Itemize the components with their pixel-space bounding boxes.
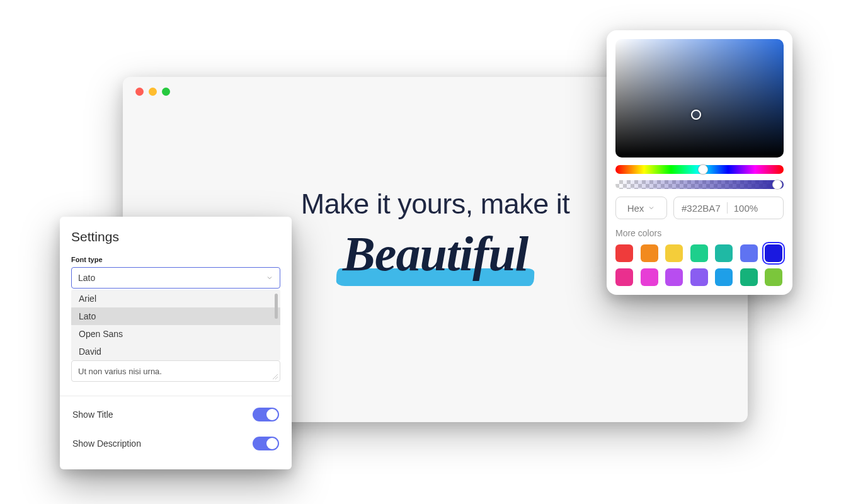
dropdown-scrollbar[interactable] [275, 294, 278, 319]
font-type-select[interactable]: Lato [71, 267, 280, 289]
hex-divider [727, 202, 728, 214]
color-format-select[interactable]: Hex [615, 197, 667, 219]
color-swatch-1[interactable] [641, 244, 658, 262]
resize-handle-icon[interactable] [271, 373, 278, 379]
font-type-dropdown: Ariel Lato Open Sans David [71, 290, 280, 360]
color-swatch-6[interactable] [765, 244, 782, 262]
more-colors-label: More colors [615, 228, 784, 238]
toggle-knob [266, 438, 278, 449]
color-swatch-7[interactable] [615, 268, 633, 286]
headline-emphasis: Beautiful [343, 226, 528, 282]
color-swatch-2[interactable] [665, 244, 683, 262]
color-swatch-5[interactable] [740, 244, 758, 262]
window-close-button[interactable] [135, 88, 144, 96]
show-title-label: Show Title [72, 410, 113, 420]
hue-slider[interactable] [615, 165, 784, 174]
color-swatch-0[interactable] [615, 244, 633, 262]
font-type-label: Font type [71, 256, 280, 263]
color-swatch-3[interactable] [690, 244, 708, 262]
chevron-down-icon [648, 204, 655, 212]
toggle-knob [266, 409, 278, 420]
text-input[interactable]: Ut non varius nisi urna. [71, 360, 280, 382]
color-swatch-11[interactable] [715, 268, 733, 286]
swatch-grid [615, 244, 784, 286]
color-picker-panel: Hex #322BA7 100% More colors [607, 30, 792, 295]
color-swatch-12[interactable] [740, 268, 758, 286]
color-swatch-8[interactable] [641, 268, 658, 286]
font-option-open-sans[interactable]: Open Sans [71, 325, 280, 343]
opacity-value: 100% [734, 203, 758, 214]
show-description-label: Show Description [72, 438, 141, 449]
color-input-row: Hex #322BA7 100% [615, 197, 784, 219]
hex-input[interactable]: #322BA7 100% [673, 197, 784, 219]
settings-title: Settings [71, 229, 280, 244]
font-type-selected-value: Lato [78, 273, 95, 283]
font-option-ariel[interactable]: Ariel [71, 290, 280, 307]
hue-cursor[interactable] [698, 164, 708, 175]
alpha-cursor[interactable] [772, 180, 782, 190]
svg-line-0 [273, 374, 278, 379]
settings-panel: Settings Font type Lato Ariel Lato Open … [60, 217, 292, 469]
window-minimize-button[interactable] [149, 88, 157, 96]
window-maximize-button[interactable] [162, 88, 170, 96]
alpha-slider[interactable] [615, 180, 784, 189]
show-description-toggle[interactable] [253, 437, 279, 450]
show-title-row: Show Title [71, 400, 280, 429]
font-option-david[interactable]: David [71, 343, 280, 360]
divider [60, 396, 292, 396]
svg-line-1 [275, 377, 278, 379]
color-swatch-13[interactable] [765, 268, 782, 286]
show-description-row: Show Description [71, 429, 280, 458]
saturation-value-area[interactable] [615, 39, 784, 158]
color-swatch-10[interactable] [690, 268, 708, 286]
sv-cursor[interactable] [691, 110, 701, 120]
color-format-value: Hex [627, 203, 644, 214]
text-input-value: Ut non varius nisi urna. [78, 367, 162, 376]
font-option-lato[interactable]: Lato [71, 307, 280, 325]
hex-value: #322BA7 [682, 203, 721, 214]
color-swatch-4[interactable] [715, 244, 733, 262]
chevron-down-icon [266, 274, 273, 282]
show-title-toggle[interactable] [253, 408, 279, 421]
color-swatch-9[interactable] [665, 268, 683, 286]
headline-emphasis-text: Beautiful [343, 226, 528, 282]
